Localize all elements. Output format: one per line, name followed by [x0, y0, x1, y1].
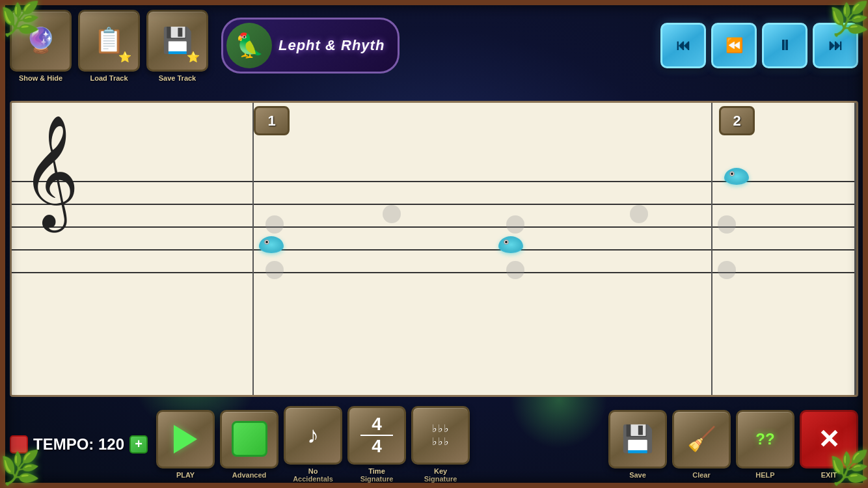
ghost-note-5[interactable] — [265, 261, 284, 279]
help-button[interactable]: ?? — [736, 410, 794, 468]
fast-forward-icon: ⏭ — [828, 37, 843, 54]
staff-line-2 — [12, 204, 856, 205]
play-button[interactable] — [156, 410, 215, 468]
note-icon: ♪ — [307, 422, 319, 449]
corner-tl: 🌿 — [0, 0, 39, 39]
advanced-button[interactable] — [220, 410, 278, 468]
show-hide-label: Show & Hide — [19, 74, 62, 82]
top-toolbar: 🔮 Show & Hide 📋 ⭐ Load Track 💾 ⭐ Save Tr… — [0, 0, 868, 91]
corner-bl: 🌿 — [0, 449, 39, 488]
save-button[interactable]: 💾 — [608, 410, 667, 468]
key-signature-button[interactable]: ♭ ♭ ♭ ♭ ♭ ♭ — [411, 406, 470, 465]
character-display: 🦜 Lepht & Rhyth — [221, 18, 400, 74]
note-3[interactable] — [724, 168, 750, 187]
help-label: HELP — [755, 471, 774, 479]
save-label: Save — [629, 471, 646, 479]
load-star-icon: ⭐ — [118, 51, 131, 63]
load-track-button[interactable]: 📋 ⭐ Load Track — [78, 10, 140, 82]
advanced-button-wrap[interactable]: Advanced — [220, 410, 278, 479]
play-triangle-icon — [174, 425, 197, 454]
measure-line-end — [854, 103, 856, 395]
time-signature-label: TimeSignature — [360, 467, 394, 483]
ghost-note-6[interactable] — [506, 261, 524, 279]
time-signature-button[interactable]: 4 4 — [347, 406, 406, 465]
measure-line-1 — [252, 103, 254, 395]
ghost-note-1[interactable] — [265, 215, 284, 234]
rewind-button[interactable]: ⏪ — [711, 23, 757, 68]
staff — [12, 103, 856, 395]
character-name: Lepht & Rhyth — [278, 37, 385, 54]
avatar-icon: 🦜 — [235, 32, 264, 59]
ghost-note-7[interactable] — [718, 215, 736, 234]
time-sig-bottom: 4 — [372, 436, 382, 457]
time-sig-top: 4 — [372, 414, 382, 435]
bottom-toolbar: TEMPO: 120 + PLAY Advanced ♪ NoAccidenta… — [0, 400, 868, 488]
plus-icon: + — [135, 437, 142, 452]
ghost-note-4[interactable] — [630, 205, 648, 223]
key-signature-button-wrap[interactable]: ♭ ♭ ♭ ♭ ♭ ♭ KeySignature — [411, 406, 470, 483]
note-2[interactable] — [498, 236, 524, 256]
play-pause-icon: ⏸ — [778, 37, 792, 54]
measure-line-2 — [711, 103, 712, 395]
clear-label: Clear — [692, 471, 711, 479]
advanced-label: Advanced — [232, 471, 267, 479]
help-icon: ?? — [755, 430, 774, 448]
save-disk-icon: 💾 — [621, 424, 654, 454]
clear-button-wrap[interactable]: 🧹 Clear — [672, 410, 731, 479]
rewind-icon: ⏪ — [726, 37, 743, 54]
tempo-display: TEMPO: 120 — [33, 435, 124, 454]
note-1[interactable] — [259, 236, 285, 256]
save-track-label: Save Track — [159, 74, 197, 82]
character-avatar: 🦜 — [226, 23, 272, 68]
play-pause-button[interactable]: ⏸ — [762, 23, 807, 68]
broom-icon: 🧹 — [687, 426, 716, 453]
load-track-icon-btn[interactable]: 📋 ⭐ — [78, 10, 140, 72]
play-label: PLAY — [176, 471, 195, 479]
treble-clef: 𝄞 — [21, 122, 79, 220]
no-accidentals-label: NoAccidentals — [293, 467, 333, 483]
key-sig-icon: ♭ ♭ ♭ ♭ ♭ ♭ — [432, 422, 449, 448]
corner-br: 🌿 — [829, 449, 868, 488]
key-signature-label: KeySignature — [424, 467, 457, 483]
ghost-note-3[interactable] — [506, 215, 524, 234]
measure-2-label: 2 — [719, 106, 755, 135]
clear-button[interactable]: 🧹 — [672, 410, 731, 468]
sheet-music-area: 𝄞 — [10, 101, 858, 397]
measure-1-label: 1 — [254, 106, 290, 135]
rewind-start-button[interactable]: ⏮ — [660, 23, 706, 68]
ghost-note-2[interactable] — [383, 205, 401, 223]
no-accidentals-button[interactable]: ♪ — [284, 406, 342, 465]
save-button-wrap[interactable]: 💾 Save — [608, 410, 667, 479]
staff-line-4 — [12, 249, 856, 251]
no-accidentals-button-wrap[interactable]: ♪ NoAccidentals — [284, 406, 342, 483]
rewind-start-icon: ⏮ — [676, 37, 690, 54]
save-track-icon-btn[interactable]: 💾 ⭐ — [146, 10, 208, 72]
ghost-note-8[interactable] — [718, 261, 736, 279]
right-buttons: 💾 Save 🧹 Clear ?? HELP ✕ EXIT — [608, 410, 858, 479]
corner-tr: 🌿 — [829, 0, 868, 39]
advanced-icon — [232, 421, 267, 457]
save-track-button[interactable]: 💾 ⭐ Save Track — [146, 10, 208, 82]
load-track-label: Load Track — [90, 74, 128, 82]
play-button-wrap[interactable]: PLAY — [156, 410, 215, 479]
time-signature-button-wrap[interactable]: 4 4 TimeSignature — [347, 406, 406, 483]
tempo-plus-button[interactable]: + — [129, 435, 148, 454]
help-button-wrap[interactable]: ?? HELP — [736, 410, 794, 479]
save-star-icon: ⭐ — [187, 51, 200, 63]
